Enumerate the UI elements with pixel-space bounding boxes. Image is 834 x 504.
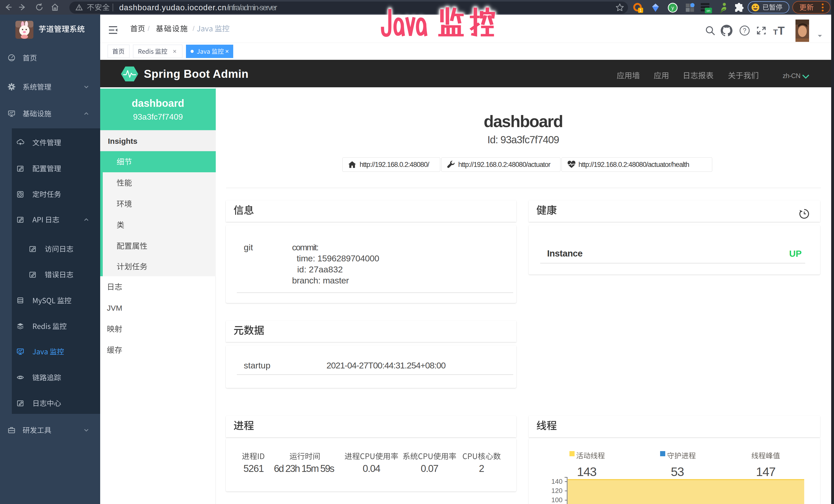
svg-text:y: y	[672, 5, 674, 10]
svg-text:on: on	[707, 9, 710, 13]
svg-text:1: 1	[640, 8, 642, 13]
svg-text:?: ?	[743, 27, 746, 34]
